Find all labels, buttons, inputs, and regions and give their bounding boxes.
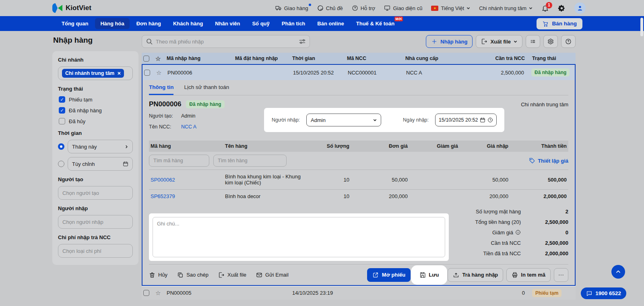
envelope-icon xyxy=(256,272,262,278)
nav-so-quy[interactable]: Sổ quỹ xyxy=(247,18,275,29)
col-nha-cung-cap[interactable]: Nhà cung cấp xyxy=(404,56,477,61)
nav-nhan-vien[interactable]: Nhân viên xyxy=(210,18,245,29)
info-icon[interactable] xyxy=(515,229,521,235)
user-avatar[interactable] xyxy=(574,2,586,14)
summary-label: Cần trả NCC xyxy=(491,240,521,246)
product-code-link[interactable]: SP652379 xyxy=(149,193,223,199)
clock-icon[interactable] xyxy=(487,117,493,123)
scrollbar-thumb[interactable] xyxy=(640,18,643,36)
star-icon[interactable]: ☆ xyxy=(155,70,166,76)
col-can-tra-ncc[interactable]: Cần trả NCC xyxy=(477,56,526,61)
select-all-checkbox[interactable] xyxy=(143,56,149,62)
legacy-ui-menu[interactable]: Giao diện cũ xyxy=(384,5,422,11)
search-box[interactable] xyxy=(142,35,310,48)
cancel-button[interactable]: Hủy xyxy=(149,272,167,278)
branch-chip[interactable]: Chi nhánh trung tâm ✕ xyxy=(62,69,124,78)
checkbox-checked-icon: ✓ xyxy=(59,96,65,103)
list-settings-button[interactable] xyxy=(543,35,558,48)
time-preset-select[interactable]: Tháng này xyxy=(68,140,133,153)
radio-unselected-icon[interactable] xyxy=(58,161,64,167)
col-ma-dat-hang-nhap[interactable]: Mã đặt hàng nhập xyxy=(233,56,291,61)
col-ma-ncc[interactable]: Mã NCC xyxy=(345,56,404,61)
delivery-menu[interactable]: Giao hàng xyxy=(275,5,308,11)
nav-thue-ke-toan[interactable]: Thuế & Kế toán Mới xyxy=(351,18,400,29)
export-record-button[interactable]: Xuất file xyxy=(218,272,246,278)
sliders-icon[interactable] xyxy=(299,38,305,45)
product-code-link[interactable]: SP000062 xyxy=(149,177,223,183)
nav-ban-online[interactable]: Bán online xyxy=(312,18,349,29)
table-row[interactable]: ☆ PN000005 14/10/2025 23:19 0 Phiếu tạm xyxy=(142,286,576,300)
close-icon[interactable]: ✕ xyxy=(117,71,121,76)
pcol-don-gia: Đơn giá xyxy=(351,143,409,149)
nav-hang-hoa[interactable]: Hàng hóa xyxy=(95,18,129,29)
return-goods-button[interactable]: Trả hàng nhập xyxy=(448,268,503,282)
save-button[interactable]: Lưu xyxy=(414,268,444,282)
language-menu[interactable]: ★ Tiếng Việt xyxy=(431,5,470,11)
product-qty: 10 xyxy=(307,193,351,199)
import-goods-button[interactable]: Nhập hàng xyxy=(426,35,473,48)
importer-filter-input[interactable] xyxy=(58,215,133,229)
radio-selected-icon[interactable] xyxy=(58,143,64,150)
nav-don-hang[interactable]: Đơn hàng xyxy=(131,18,166,29)
sell-button[interactable]: Bán hàng xyxy=(537,18,582,29)
star-icon[interactable]: ☆ xyxy=(154,290,165,296)
search-input[interactable] xyxy=(156,39,296,45)
col-ma-nhap-hang[interactable]: Mã nhập hàng xyxy=(165,56,233,61)
open-record-button[interactable]: Mở phiếu xyxy=(367,268,411,282)
print-labels-button[interactable]: In tem mã xyxy=(506,268,551,282)
theme-menu[interactable]: Chủ đề xyxy=(317,5,343,11)
nav-khach-hang[interactable]: Khách hàng xyxy=(168,18,208,29)
notifications-button[interactable]: 1 xyxy=(541,4,549,12)
price-setup-link[interactable]: Thiết lập giá xyxy=(529,157,568,164)
col-trang-thai[interactable]: Trạng thái xyxy=(526,56,576,61)
product-row[interactable]: SP000062 Bình hoa khung kim loại - Khung… xyxy=(149,170,568,189)
creator-value: Admin xyxy=(181,113,195,119)
export-file-button[interactable]: Xuất file xyxy=(476,35,522,48)
status-checkbox-da-huy[interactable]: Đã hủy xyxy=(59,118,132,124)
row-supplier: NCC A xyxy=(405,70,477,76)
product-code-search-input[interactable] xyxy=(149,155,209,167)
status-checkbox-da-nhap-hang[interactable]: ✓ Đã nhập hàng xyxy=(59,107,132,114)
cost-filter-label: Chi phí nhập trả NCC xyxy=(58,234,133,240)
calendar-icon[interactable] xyxy=(480,117,485,123)
status-checkbox-phieu-tam[interactable]: ✓ Phiếu tạm xyxy=(59,96,132,103)
send-email-button[interactable]: Gửi Email xyxy=(256,272,289,278)
trash-icon xyxy=(149,272,155,278)
brand-logo[interactable]: KiotViet xyxy=(52,3,91,13)
scroll-to-top-button[interactable] xyxy=(611,265,625,279)
supplier-link[interactable]: NCC A xyxy=(181,124,196,130)
col-thoi-gian[interactable]: Thời gian xyxy=(291,56,345,61)
importer-select[interactable]: Admin xyxy=(306,114,381,126)
more-actions-button[interactable] xyxy=(554,268,568,282)
product-name-search-input[interactable] xyxy=(213,155,287,167)
gear-icon xyxy=(547,38,554,45)
cost-filter-input[interactable] xyxy=(58,244,133,258)
time-custom-select[interactable]: Tùy chỉnh xyxy=(68,157,133,171)
settings-button[interactable] xyxy=(558,4,566,12)
product-name: Bình hoa khung kim loại - Khung kim loại… xyxy=(223,174,307,186)
support-menu[interactable]: Hỗ trợ xyxy=(352,5,376,11)
brand-name: KiotViet xyxy=(66,4,91,12)
row-checkbox[interactable] xyxy=(144,70,150,76)
checkbox-checked-icon: ✓ xyxy=(59,107,65,114)
help-button[interactable] xyxy=(561,35,576,48)
table-row[interactable]: ☆ PN000006 15/10/2025 20:52 NCC000001 NC… xyxy=(142,65,575,80)
creator-filter-input[interactable] xyxy=(58,186,133,200)
column-settings-button[interactable] xyxy=(526,35,540,48)
tab-lich-su-thanh-toan[interactable]: Lịch sử thanh toán xyxy=(184,80,229,95)
note-textarea[interactable] xyxy=(153,217,445,257)
branch-filter-box[interactable]: Chi nhánh trung tâm ✕ xyxy=(58,66,133,80)
creator-filter-label: Người tạo xyxy=(58,176,133,182)
status-badge: Đã nhập hàng xyxy=(186,100,224,108)
product-row[interactable]: SP652379 Bình hoa decor 10 200,000 200,0… xyxy=(149,189,568,203)
import-date-label: Ngày nhập: xyxy=(403,117,429,123)
nav-phan-tich[interactable]: Phân tích xyxy=(277,18,311,29)
branch-menu[interactable]: Chi nhánh trung tâm xyxy=(479,5,533,11)
import-date-field[interactable]: 15/10/2025 20:52 xyxy=(435,114,497,126)
chat-icon xyxy=(586,290,592,297)
row-checkbox[interactable] xyxy=(143,290,149,296)
copy-button[interactable]: Sao chép xyxy=(177,272,208,278)
nav-tong-quan[interactable]: Tổng quan xyxy=(56,18,93,29)
hotline-button[interactable]: 1900 6522 xyxy=(581,287,626,299)
tab-thong-tin[interactable]: Thông tin xyxy=(149,80,173,95)
